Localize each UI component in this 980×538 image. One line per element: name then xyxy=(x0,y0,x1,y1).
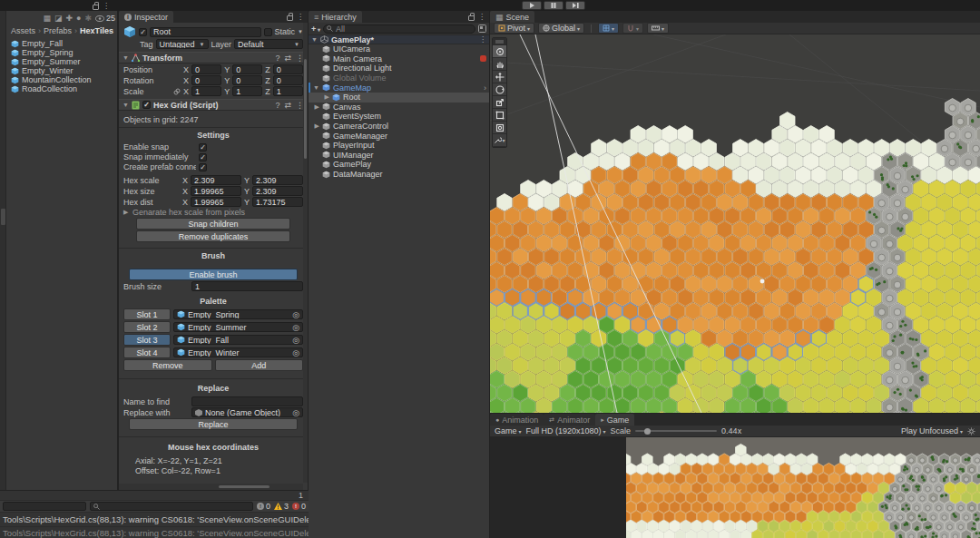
project-item-empty_fall[interactable]: Empty_Fall xyxy=(11,39,115,48)
tab-animation[interactable]: ●Animation xyxy=(490,414,544,426)
game-display-dropdown[interactable]: Game▾ xyxy=(495,426,522,435)
menu-kebab-icon[interactable]: ⋮ xyxy=(478,13,485,21)
slot-button-2[interactable]: Slot 2 xyxy=(123,321,171,333)
hierarchy-item-eventsystem[interactable]: EventSystem xyxy=(309,112,489,122)
global-toggle[interactable]: Global▾ xyxy=(538,23,584,34)
project-item-empty_summer[interactable]: Empty_Summer xyxy=(11,57,115,66)
scale-tool[interactable] xyxy=(493,96,506,109)
rotation-y-field[interactable]: 0 xyxy=(232,75,262,85)
lock-icon[interactable] xyxy=(468,15,475,21)
rotate-tool[interactable] xyxy=(493,83,506,96)
presets-icon[interactable]: ⇄ xyxy=(284,101,291,110)
position-y-field[interactable]: 0 xyxy=(232,64,262,74)
generate-foldout[interactable]: Genarate hex scale from pixels xyxy=(132,208,245,217)
x-field[interactable]: 2.309 xyxy=(191,175,241,185)
checkbox[interactable]: ✓ xyxy=(199,143,207,152)
layout-icon[interactable]: ▦ xyxy=(43,14,51,23)
slot-object-field[interactable]: Empty_Summer◎ xyxy=(173,322,303,332)
position-x-field[interactable]: 0 xyxy=(191,64,221,74)
object-picker-icon[interactable]: ◎ xyxy=(292,336,299,345)
presets-icon[interactable]: ⇄ xyxy=(284,54,291,63)
info-icon[interactable]: ● xyxy=(76,14,81,23)
link-icon[interactable] xyxy=(173,88,181,95)
checkbox[interactable]: ✓ xyxy=(199,153,207,161)
lock-icon[interactable] xyxy=(93,5,99,10)
pivot-toggle[interactable]: Pivot▾ xyxy=(494,23,534,34)
console-warning-toggle[interactable]: 3 xyxy=(274,502,289,511)
console-info-toggle[interactable]: ! 0 xyxy=(257,502,270,511)
collapsed-tab-handle[interactable] xyxy=(1,209,5,225)
custom-tools-dropdown[interactable]: ▾ xyxy=(493,134,506,147)
checkbox[interactable]: ✓ xyxy=(199,163,207,171)
tab-scene[interactable]: ▦Scene xyxy=(490,11,534,23)
grid-snapping-toggle[interactable]: ▾ xyxy=(598,23,619,34)
hierarchy-item-gameplay[interactable]: GamePlay xyxy=(309,160,489,170)
brush-size-field[interactable]: 1 xyxy=(191,281,303,291)
hierarchy-item-main-camera[interactable]: Main Camera xyxy=(309,54,489,64)
tab-inspector[interactable]: i Inspector xyxy=(119,11,173,23)
console-search-input[interactable] xyxy=(90,502,253,511)
active-checkbox[interactable]: ✓ xyxy=(139,28,147,36)
overlay-grip[interactable] xyxy=(493,38,506,45)
project-item-empty_winter[interactable]: Empty_Winter xyxy=(11,66,115,75)
hierarchy-search-input[interactable]: All xyxy=(323,24,475,34)
console-entry[interactable]: Tools\Scripts\HexGrid.cs(88,13): warning… xyxy=(0,526,309,538)
console-entry[interactable]: Tools\Scripts\HexGrid.cs(88,13): warning… xyxy=(0,513,309,526)
menu-kebab-icon[interactable]: ⋮ xyxy=(103,2,110,10)
object-picker-icon[interactable]: ◎ xyxy=(292,348,299,357)
tab-game[interactable]: ▸Game xyxy=(595,414,634,426)
palette-remove-button[interactable]: Remove xyxy=(123,359,212,371)
snap-increment-toggle[interactable]: ▾ xyxy=(622,23,643,34)
scale-y-field[interactable]: 1 xyxy=(232,86,262,96)
hierarchy-item-cameracontrol[interactable]: ▶CameraControl xyxy=(309,122,489,132)
rect-tool[interactable] xyxy=(493,109,506,122)
y-field[interactable]: 1.73175 xyxy=(252,197,303,207)
project-item-roadcollection[interactable]: RoadCollection xyxy=(11,84,115,93)
lock-icon[interactable] xyxy=(287,15,293,21)
slot-button-4[interactable]: Slot 4 xyxy=(123,347,171,358)
help-icon[interactable]: ? xyxy=(275,54,279,63)
scale-z-field[interactable]: 1 xyxy=(273,86,303,96)
hierarchy-item-gamemap[interactable]: ▼GameMap› xyxy=(309,83,489,93)
rotation-z-field[interactable]: 0 xyxy=(273,75,303,85)
enable-brush-button[interactable]: Enable brush xyxy=(129,269,298,280)
hierarchy-item-uimanager[interactable]: UIManager xyxy=(309,151,489,161)
slot-button-3[interactable]: Slot 3 xyxy=(123,334,171,346)
breadcrumb-segment[interactable]: HexTiles xyxy=(80,26,113,35)
tab-animator[interactable]: ⇄Animator xyxy=(544,414,595,426)
slot-object-field[interactable]: Empty_Winter◎ xyxy=(173,347,303,357)
scale-x-field[interactable]: 1 xyxy=(191,86,221,96)
asset-store-icon[interactable]: ◪ xyxy=(54,14,63,23)
scale-slider[interactable] xyxy=(635,430,717,432)
project-item-empty_spring[interactable]: Empty_Spring xyxy=(11,48,115,57)
play-button[interactable] xyxy=(522,1,542,10)
hierarchy-item-datamanager[interactable]: DataManager xyxy=(309,170,489,180)
tab-hierarchy[interactable]: ≡Hierarchy xyxy=(309,11,362,23)
transform-tool[interactable] xyxy=(493,122,506,134)
game-viewport[interactable] xyxy=(490,437,980,538)
x-field[interactable]: 1.99965 xyxy=(191,197,241,207)
replace-with-object-field[interactable]: None (Game Object)◎ xyxy=(191,407,303,417)
object-picker-icon[interactable]: ◎ xyxy=(292,310,299,319)
step-button[interactable] xyxy=(565,1,585,10)
measure-toggle[interactable]: ▾ xyxy=(647,23,669,34)
star-icon[interactable]: ✱ xyxy=(84,14,92,23)
object-picker-icon[interactable]: ◎ xyxy=(292,408,299,417)
name-to-find-field[interactable] xyxy=(191,396,303,406)
slot-object-field[interactable]: Empty_Spring◎ xyxy=(173,309,303,319)
static-checkbox[interactable] xyxy=(264,28,272,36)
breadcrumb-segment[interactable]: Assets xyxy=(11,26,35,35)
y-field[interactable]: 2.309 xyxy=(252,175,303,185)
scene-viewport[interactable]: ▾ xyxy=(490,34,980,413)
gear-icon[interactable] xyxy=(967,427,975,435)
paint-icon[interactable]: ✚ xyxy=(65,14,73,23)
snap-children-button[interactable]: Snap children xyxy=(136,218,290,230)
slot-button-1[interactable]: Slot 1 xyxy=(123,308,171,320)
prefab-open-chevron[interactable]: › xyxy=(484,83,486,93)
hierarchy-item-global-volume[interactable]: Global Volume xyxy=(309,73,489,83)
create-button[interactable]: + ▾ xyxy=(311,24,320,34)
scene-visibility-toggle[interactable]: 25 xyxy=(95,14,115,23)
hierarchy-item-playerinput[interactable]: PlayerInput xyxy=(309,141,489,151)
scene-picker-icon[interactable] xyxy=(478,24,486,33)
hexgrid-component-header[interactable]: ▼ ✓ Hex Grid (Script) ?⇄⋮ xyxy=(119,99,308,111)
